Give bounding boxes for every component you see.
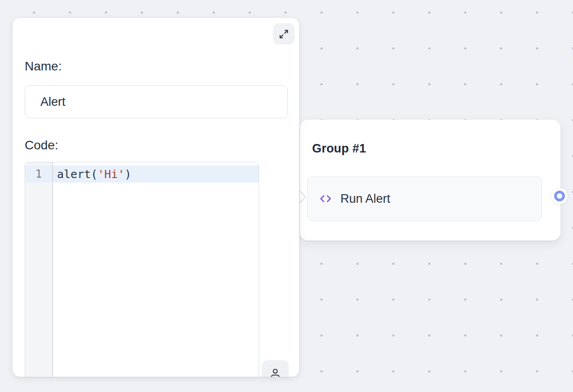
node-label: Run Alert bbox=[340, 192, 390, 206]
code-token-close: ) bbox=[125, 168, 132, 181]
code-editor[interactable]: 1 alert('Hi') bbox=[25, 162, 259, 377]
node-editor-panel: Name: Code: 1 alert('Hi') bbox=[13, 18, 299, 377]
group-card[interactable]: Group #1 Run Alert bbox=[300, 120, 560, 240]
name-field-label: Name: bbox=[25, 59, 62, 74]
code-token-call: alert( bbox=[57, 168, 97, 181]
expand-button[interactable] bbox=[273, 23, 295, 44]
line-number: 1 bbox=[25, 166, 53, 183]
user-icon bbox=[269, 368, 281, 377]
code-token-string: 'Hi' bbox=[97, 168, 124, 181]
edge-connector-chevron-icon bbox=[299, 190, 307, 204]
code-brackets-icon bbox=[318, 192, 333, 205]
expand-diagonal-icon bbox=[279, 29, 289, 39]
group-title: Group #1 bbox=[312, 142, 366, 156]
active-code-line[interactable]: 1 alert('Hi') bbox=[25, 166, 259, 183]
code-field-label: Code: bbox=[25, 138, 58, 152]
name-input[interactable] bbox=[25, 85, 288, 118]
output-connection-handle[interactable] bbox=[554, 191, 565, 201]
code-line-text: alert('Hi') bbox=[53, 168, 132, 181]
user-button[interactable] bbox=[262, 360, 289, 377]
flow-canvas[interactable]: { "canvas": { "background_color": "#eff1… bbox=[0, 0, 573, 392]
line-number-gutter bbox=[25, 162, 53, 377]
run-alert-node[interactable]: Run Alert bbox=[307, 176, 542, 221]
